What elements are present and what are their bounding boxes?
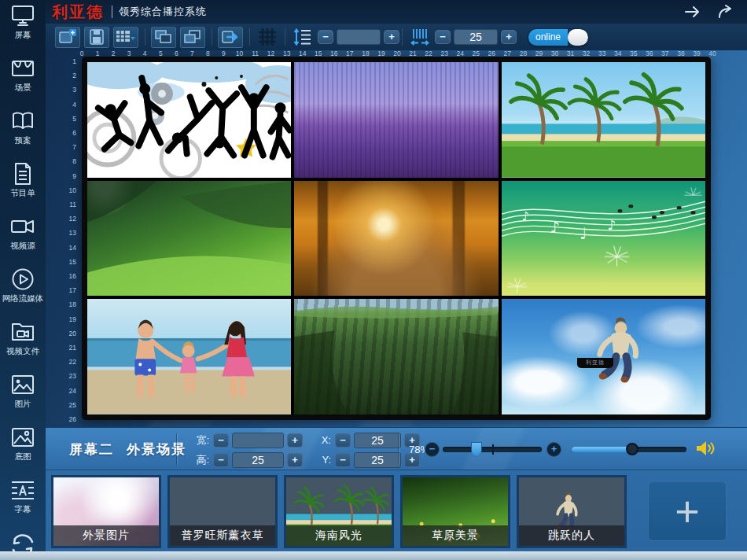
stage-cell-jumping-person[interactable] [502, 299, 705, 414]
stage-cell-lavender-field[interactable] [294, 62, 498, 178]
v-ruler-tick: 6 [72, 129, 76, 137]
media-thumbnail-jumping-person[interactable]: 跳跃的人 [517, 475, 627, 548]
bar-separator [398, 433, 399, 465]
stage-cell-palm-beach[interactable] [502, 62, 705, 178]
forward-arrow-icon[interactable] [683, 4, 703, 20]
row-spacing-increase-button[interactable]: + [384, 30, 399, 44]
zoom-slider-thumb[interactable] [471, 442, 482, 457]
v-ruler-tick: 21 [69, 344, 76, 352]
sidebar-item-scene[interactable]: 场景 [10, 57, 35, 94]
row-spacing-input[interactable] [337, 29, 381, 45]
v-ruler-tick: 3 [72, 86, 76, 94]
stage-cell-music-sky[interactable]: ♪♩♪♪ [502, 181, 705, 297]
picture-icon [10, 373, 35, 396]
stage-cell-green-cliff[interactable] [294, 299, 498, 414]
h-ruler-tick: 26 [488, 50, 495, 57]
v-ruler-tick: 16 [69, 272, 76, 280]
sidebar-item-picture[interactable]: 图片 [10, 373, 35, 410]
width-decrease-button[interactable]: − [213, 433, 229, 448]
thumbnail-caption: 海南风光 [286, 525, 392, 546]
sidebar-item-plan[interactable]: 预案 [10, 109, 35, 146]
v-ruler-tick: 15 [69, 258, 76, 266]
h-ruler-tick: 1 [96, 50, 100, 57]
volume-slider-thumb[interactable] [626, 443, 638, 455]
export-button[interactable] [218, 27, 243, 48]
height-input[interactable] [232, 452, 284, 468]
stage-cell-family-beach[interactable] [87, 299, 291, 414]
h-ruler-tick: 33 [598, 50, 605, 57]
speaker-icon[interactable] [696, 439, 715, 458]
stage-cell-dancing-silhouettes[interactable] [87, 62, 291, 178]
media-thumbnail-outdoor-picture[interactable]: 外景图片 [51, 475, 161, 548]
grid-icon[interactable] [256, 27, 279, 48]
video-camera-icon [10, 215, 35, 238]
play-circle-icon [10, 267, 35, 291]
table-layout-button[interactable] [113, 27, 138, 48]
media-thumbnail-provence-lavender[interactable]: 普罗旺斯薰衣草 [167, 475, 278, 548]
zoom-slider[interactable] [443, 447, 542, 452]
h-ruler-tick: 32 [583, 50, 590, 57]
h-ruler-tick: 19 [377, 50, 385, 57]
sidebar-item-video-file[interactable]: 视频文件 [6, 320, 39, 357]
y-input[interactable] [354, 452, 401, 468]
stage-cell-autumn-forest[interactable] [294, 181, 498, 297]
send-backward-button[interactable] [151, 27, 176, 48]
program-list-icon [10, 162, 35, 186]
v-ruler-tick: 19 [69, 315, 76, 323]
sidebar-item-screen[interactable]: 屏幕 [10, 4, 35, 41]
h-ruler-tick: 31 [567, 50, 574, 57]
online-toggle-knob[interactable] [568, 29, 588, 46]
save-button[interactable] [84, 27, 109, 48]
column-spacing-increase-button[interactable]: + [501, 30, 517, 44]
h-ruler-tick: 27 [504, 50, 511, 57]
h-ruler-tick: 6 [175, 50, 178, 57]
h-ruler-tick: 34 [614, 50, 621, 57]
toolbar-separator [145, 28, 145, 46]
media-thumbnail-grassland[interactable]: 草原美景 [400, 475, 510, 548]
zoom-in-button[interactable]: + [546, 442, 561, 457]
height-increase-button[interactable]: + [287, 453, 303, 467]
add-media-button[interactable]: + [648, 481, 727, 541]
h-ruler-tick: 29 [535, 50, 543, 57]
position-size-fields: 宽: − + X: − + 高: − + Y: − + [190, 431, 420, 470]
v-ruler-tick: 7 [72, 143, 76, 151]
column-spacing-decrease-button[interactable]: − [435, 30, 451, 44]
h-ruler-tick: 38 [677, 50, 684, 57]
h-ruler-tick: 8 [206, 50, 210, 57]
row-spacing-decrease-button[interactable]: − [318, 30, 333, 44]
h-ruler-tick: 28 [520, 50, 527, 57]
x-input[interactable] [354, 433, 401, 448]
sidebar-item-video-source[interactable]: 视频源 [10, 215, 35, 252]
sidebar-item-program-list[interactable]: 节目单 [10, 162, 35, 199]
sidebar-item-subtitle[interactable]: 字幕 [10, 478, 35, 515]
base-image-icon [10, 426, 35, 449]
volume-slider[interactable] [572, 447, 686, 452]
screen-name: 屏幕二 [69, 440, 114, 459]
width-label: 宽: [190, 433, 209, 448]
h-ruler-tick: 39 [693, 50, 700, 57]
bring-forward-button[interactable] [180, 27, 205, 48]
redo-arrow-icon[interactable] [716, 4, 736, 20]
row-spacing-icon[interactable] [291, 27, 315, 48]
sidebar-item-network-stream[interactable]: 网络流媒体 [2, 267, 44, 304]
y-decrease-button[interactable]: − [335, 453, 351, 467]
media-thumbnail-hainan-scenery[interactable]: 海南风光 [284, 475, 394, 548]
bottom-control-bar: 屏幕二 外景场景 宽: − + X: − + 高: − + Y: − [46, 427, 747, 470]
h-ruler-tick: 21 [409, 50, 416, 57]
app-title: 领秀综合播控系统 [119, 5, 207, 19]
x-decrease-button[interactable]: − [335, 433, 351, 448]
column-spacing-input[interactable] [454, 29, 498, 45]
width-input[interactable] [232, 433, 284, 448]
sidebar-item-base-image[interactable]: 底图 [10, 426, 35, 462]
column-spacing-icon[interactable] [408, 27, 432, 48]
stage-cell-green-valley[interactable] [87, 181, 291, 297]
zoom-out-button[interactable]: − [425, 442, 440, 457]
zoom-slider-center-tick [492, 444, 494, 455]
h-ruler-tick: 2 [112, 50, 116, 57]
online-toggle[interactable]: online [528, 28, 589, 46]
width-increase-button[interactable]: + [287, 433, 303, 448]
height-decrease-button[interactable]: − [213, 453, 229, 467]
scene-name: 外景场景 [127, 440, 186, 459]
h-ruler-tick: 25 [473, 50, 480, 57]
add-screen-button[interactable] [55, 27, 80, 48]
